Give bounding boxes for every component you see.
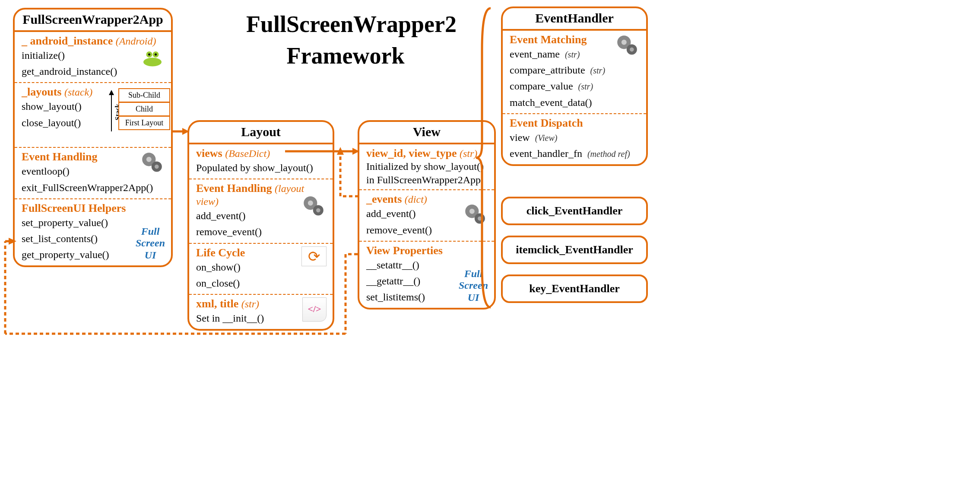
eh-s2-title: Event Dispatch — [510, 117, 639, 130]
stack-mid: Child — [118, 102, 170, 116]
title-line-2: Framework — [287, 43, 405, 69]
view-section-events: _events (dict) add_event() remove_event(… — [359, 189, 494, 240]
app-section-layouts: _layouts (stack) show_layout() close_lay… — [15, 82, 171, 147]
card-key-eventhandler: key_EventHandler — [501, 274, 648, 303]
svg-point-8 — [146, 157, 152, 162]
svg-point-14 — [316, 208, 320, 213]
stack-bot: First Layout — [118, 116, 170, 130]
eh-s1-i2: compare_attribute (str) — [510, 62, 639, 78]
app-section-android: _ android_instance (Android) initialize(… — [15, 32, 171, 82]
view-s1-i1: Initialized by show_layout() in FullScre… — [366, 160, 487, 187]
eh-s2-i1: view (View) — [510, 130, 639, 146]
stack-top: Sub-Child — [118, 88, 170, 102]
app-s4-title: FullScreenUI Helpers — [22, 202, 164, 215]
view-s3-title: View Properties — [366, 244, 487, 257]
eh-section-matching: Event Matching event_name (str) compare_… — [503, 31, 646, 113]
svg-point-0 — [143, 58, 162, 67]
stack-arrow-up — [109, 90, 114, 131]
layout-s1-i1: Populated by show_layout() — [196, 160, 326, 176]
arrow-dashed-view-to-helpers — [0, 233, 359, 337]
card-app: FullScreenWrapper2App _ android_instance… — [13, 8, 173, 267]
brace-icon — [475, 6, 492, 309]
title-line-1: FullScreenWrapper2 — [246, 11, 457, 37]
diagram-title: FullScreenWrapper2 Framework — [246, 9, 445, 72]
gear-icon — [139, 150, 165, 175]
svg-point-4 — [155, 54, 157, 56]
card-layout-header: Layout — [189, 122, 333, 144]
svg-point-12 — [308, 201, 313, 206]
svg-point-20 — [622, 40, 627, 45]
svg-marker-35 — [9, 238, 16, 245]
svg-marker-6 — [109, 90, 114, 95]
arrow-dashed-view-to-layout — [334, 147, 360, 199]
android-icon — [142, 46, 163, 67]
svg-point-10 — [155, 165, 159, 169]
svg-marker-29 — [337, 147, 344, 155]
svg-point-16 — [469, 209, 475, 214]
view-section-id: view_id, view_type (str) Initialized by … — [359, 144, 494, 189]
gear-icon — [301, 193, 327, 219]
card-eventhandler: EventHandler Event Matching event_name (… — [501, 6, 648, 166]
arrow-app-to-layout — [172, 127, 189, 136]
eh-s1-i4: match_event_data() — [510, 95, 639, 111]
card-itemclick-eventhandler: itemclick_EventHandler — [501, 236, 648, 264]
app-section-eventhandling: Event Handling eventloop() exit_FullScre… — [15, 147, 171, 198]
view-s1-title: view_id, view_type (str) — [366, 147, 487, 160]
eh-s2-i2: event_handler_fn (method ref) — [510, 146, 639, 162]
card-app-header: FullScreenWrapper2App — [15, 10, 171, 32]
view-section-properties: View Properties __setattr__() __getattr_… — [359, 241, 494, 308]
svg-marker-24 — [182, 128, 189, 135]
card-click-eventhandler: click_EventHandler — [501, 197, 648, 225]
svg-point-3 — [148, 54, 150, 56]
svg-point-22 — [630, 48, 634, 52]
eh-s1-i3: compare_value (str) — [510, 78, 639, 94]
gear-icon — [614, 32, 640, 58]
card-eh-header: EventHandler — [503, 8, 646, 31]
app-s3-i2: exit_FullScreenWrapper2App() — [22, 180, 164, 196]
card-view-header: View — [359, 122, 494, 144]
eh-section-dispatch: Event Dispatch view (View) event_handler… — [503, 113, 646, 164]
